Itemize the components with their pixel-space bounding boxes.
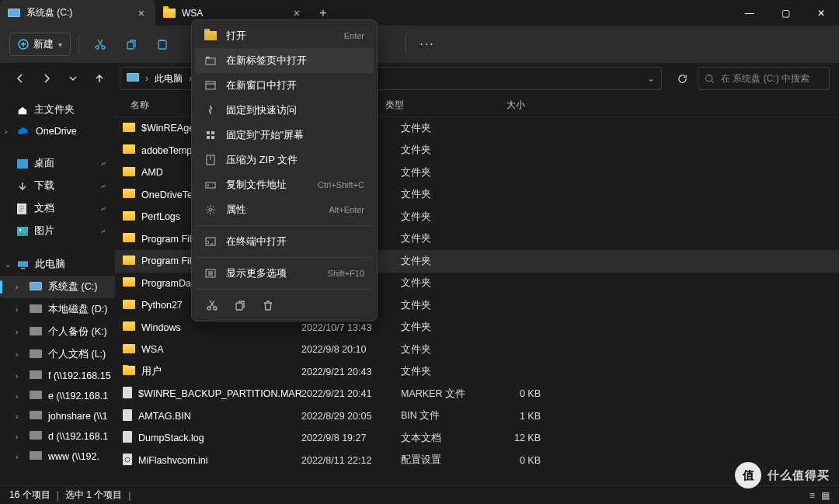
header-type[interactable]: 类型 [385,99,471,112]
recent-button[interactable] [62,68,84,89]
search-icon [705,74,715,84]
sidebar-quick-item[interactable]: 下载 [0,175,115,197]
folder-icon [123,123,135,134]
sidebar-drive-item[interactable]: ›f (\\192.168.15 [0,366,115,386]
new-button[interactable]: 新建 ▾ [9,33,71,56]
view-grid-icon[interactable]: ▦ [821,490,830,501]
sidebar-thispc[interactable]: ⌄ 此电脑 [0,253,115,276]
context-menu-item[interactable]: 打开Enter [195,23,374,48]
copy-button[interactable] [234,299,246,311]
context-menu-item[interactable]: 压缩为 ZIP 文件 [195,148,374,172]
svg-rect-21 [211,136,214,139]
cut-button[interactable] [206,299,218,311]
drive-icon [30,411,42,422]
table-row[interactable]: MiFlashvcom.ini2022/8/11 22:12配置设置0 KB [115,450,839,472]
breadcrumb[interactable]: 此电脑 [155,72,183,85]
context-menu-item[interactable]: 在新标签页中打开 [195,48,374,73]
sidebar-drive-item[interactable]: ›www (\\192. [0,447,115,467]
svg-point-10 [19,228,22,231]
refresh-button[interactable] [671,68,693,89]
context-menu-item[interactable]: 复制文件地址Ctrl+Shift+C [195,172,374,197]
chevron-right-icon: › [16,328,18,336]
status-bar: 16 个项目 | 选中 1 个项目 | ≡ ▦ [0,485,839,504]
folder-icon [123,167,135,179]
forward-button[interactable] [36,68,57,89]
table-row[interactable]: 用户2022/9/21 20:43文件夹 [115,361,839,384]
pc-icon [17,260,29,269]
up-button[interactable] [89,68,110,89]
context-menu: 打开Enter在新标签页中打开在新窗口中打开固定到快速访问固定到"开始"屏幕压缩… [191,19,378,322]
sidebar-drive-item[interactable]: ›系统盘 (C:) [0,276,115,298]
drive-icon [8,7,20,19]
cloud-icon [17,127,30,136]
svg-point-29 [214,307,217,310]
svg-rect-4 [158,40,166,49]
table-row[interactable]: DumpStack.log2022/9/8 19:27文本文档12 KB [115,427,839,450]
close-button[interactable]: ✕ [803,0,839,26]
folder-icon [123,366,135,377]
sidebar-drive-item[interactable]: ›本地磁盘 (D:) [0,298,115,321]
chevron-right-icon: › [16,453,18,461]
sidebar-quick-item[interactable]: 桌面 [0,152,115,175]
chevron-right-icon: › [16,372,18,381]
folder-icon [123,255,135,267]
more-button[interactable]: ··· [414,31,440,57]
pin-icon [99,205,107,213]
maximize-button[interactable]: ▢ [768,0,803,26]
context-menu-item[interactable]: 属性Alt+Enter [195,197,374,222]
sidebar-drive-item[interactable]: ›个人备份 (K:) [0,321,115,343]
sidebar-drive-item[interactable]: ›d (\\192.168.1 [0,426,115,447]
view-details-icon[interactable]: ≡ [809,490,815,501]
sidebar-quick-item[interactable]: 文档 [0,197,115,220]
paste-button[interactable] [149,31,176,57]
header-size[interactable]: 大小 [471,99,525,112]
sidebar-home[interactable]: 主文件夹 [0,99,115,121]
folder-open-icon [204,31,217,40]
close-icon[interactable]: × [135,5,148,21]
back-button[interactable] [9,68,31,89]
pin-icon [99,228,107,235]
chevron-down-icon[interactable]: ⌄ [647,73,655,84]
svg-point-1 [96,46,99,49]
more-icon [204,269,217,278]
table-row[interactable]: AMTAG.BIN2022/8/29 20:05BIN 文件1 KB [115,405,839,428]
context-menu-item[interactable]: 在终端中打开 [195,229,374,254]
terminal-icon [204,237,217,246]
table-row[interactable]: $WINRE_BACKUP_PARTITION.MARKER2022/9/21 … [115,383,839,405]
folder-icon [163,7,176,19]
copy-path-icon [204,180,217,189]
cut-button[interactable] [87,31,113,57]
context-menu-item[interactable]: 显示更多选项Shift+F10 [195,261,374,286]
props-icon [204,204,217,215]
context-menu-item[interactable]: 固定到"开始"屏幕 [195,123,374,148]
svg-rect-20 [207,136,210,139]
sidebar-drive-item[interactable]: ›个人文档 (L:) [0,343,115,366]
table-row[interactable]: WSA2022/9/8 20:10文件夹 [115,339,839,361]
delete-button[interactable] [262,299,274,311]
item-icon [17,181,28,192]
pin-icon [99,160,107,168]
close-icon[interactable]: × [291,5,303,21]
item-icon [17,159,28,169]
svg-rect-5 [161,40,164,41]
context-menu-item[interactable]: 在新窗口中打开 [195,73,374,98]
tab-active[interactable]: 系统盘 (C:) × [0,0,155,26]
drive-icon [30,349,42,360]
sidebar-quick-item[interactable]: 图片 [0,220,115,242]
svg-rect-12 [21,267,26,269]
sidebar-drive-item[interactable]: ›johnshare (\\1 [0,406,115,426]
svg-rect-7 [17,159,28,169]
pin-icon [204,105,217,116]
copy-button[interactable] [118,31,144,57]
drive-icon [30,282,42,293]
context-menu-item[interactable]: 固定到快速访问 [195,98,374,123]
sidebar-drive-item[interactable]: ›e (\\192.168.1 [0,386,115,406]
minimize-button[interactable]: — [732,0,768,26]
sidebar: 主文件夹 › OneDrive 桌面下载文档图片 ⌄ 此电脑 ›系统盘 (C:)… [0,94,115,485]
sidebar-onedrive[interactable]: › OneDrive [0,121,115,141]
drive-icon [30,391,42,401]
search-input[interactable]: 在 系统盘 (C:) 中搜索 [698,67,830,90]
svg-rect-19 [211,131,214,134]
file-icon [123,409,132,423]
svg-rect-3 [127,42,134,49]
